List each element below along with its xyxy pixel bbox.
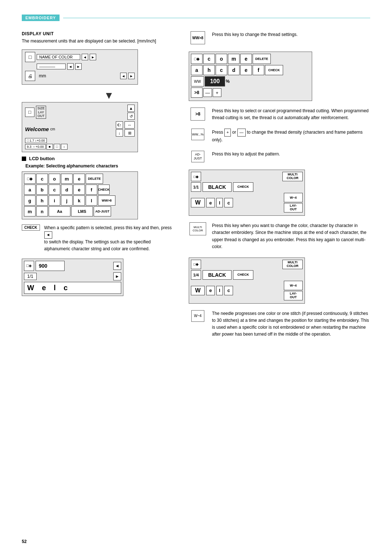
t-d[interactable]: d <box>228 65 240 75</box>
arrow-left-btn2[interactable]: ◄ <box>67 63 74 70</box>
t-f[interactable]: f <box>253 65 264 75</box>
bp1-layout[interactable]: LAY-OUT <box>284 203 303 212</box>
t-check[interactable]: CHECK <box>265 65 283 75</box>
arrow-left-btn3[interactable]: ◄ <box>120 73 127 79</box>
t-delete[interactable]: DELETE <box>253 54 271 64</box>
char-f[interactable]: f <box>86 185 97 195</box>
check-desc-text: When a specific pattern is selected, pre… <box>44 224 174 253</box>
t-thread-cut[interactable]: >8 <box>191 88 203 98</box>
adjust-description: Press this key to adjust the pattern. <box>212 151 370 158</box>
black-panel2-area: □◈ MULTICOLOR 1/4 BLACK CHECK W e l c <box>189 258 370 304</box>
nav-rotate[interactable]: ↺ <box>127 113 135 120</box>
bp2-multi-color[interactable]: MULTICOLOR <box>282 260 303 269</box>
multi-color-icon-box: MULTICOLOR <box>189 222 206 235</box>
char-c2[interactable]: c <box>49 185 60 195</box>
char-e[interactable]: e <box>73 174 85 184</box>
lms-btn[interactable]: LMS <box>71 206 93 216</box>
char-k[interactable]: k <box>73 195 85 206</box>
char-m[interactable]: m <box>61 174 73 184</box>
t-e[interactable]: e <box>240 54 252 64</box>
delete-button[interactable]: DELETE <box>86 174 103 184</box>
t-h[interactable]: h <box>203 65 215 75</box>
bp1-c: c <box>224 198 233 207</box>
ww8-btn[interactable]: WW>8 <box>98 195 115 206</box>
char-b[interactable]: b <box>36 185 48 195</box>
fraction-display: □ 1.7 ↕+0.00 <box>25 138 47 143</box>
t-plus-btn[interactable]: + <box>213 88 221 97</box>
adjust-icon-area: AD-JUST <box>189 151 207 162</box>
arrow-right-btn2[interactable]: ► <box>75 63 82 70</box>
display-unit-section: DISPLAY UNIT The measurement units that … <box>22 31 174 152</box>
density-or: or <box>232 130 236 135</box>
euro-btn[interactable]: €↑ <box>116 121 123 129</box>
bp2-side1[interactable]: W~4 <box>284 281 303 290</box>
welcome-nav: ▲ ↺ <box>127 105 135 120</box>
bp1-side1[interactable]: W~4 <box>284 193 303 202</box>
welcome-screen-icon: □ <box>25 108 34 117</box>
nav-down[interactable]: ↓ <box>116 129 123 137</box>
bp1-check[interactable]: CHECK <box>233 182 253 192</box>
needle-icon-area: W~4 <box>189 310 207 322</box>
t-a[interactable]: a <box>191 65 203 75</box>
t-icon: □◈ <box>191 54 203 64</box>
display-unit-desc: The measurement units that are displayed… <box>22 38 174 44</box>
thread-row2: a h c d e f CHECK <box>191 65 310 75</box>
arrow-left-btn[interactable]: ◄ <box>82 54 88 60</box>
check-key[interactable]: CHECK <box>22 224 40 231</box>
char-d[interactable]: d <box>61 185 73 195</box>
bp2-w: W <box>191 286 205 295</box>
char-e2[interactable]: e <box>73 185 85 195</box>
small-btn2[interactable]: □ <box>54 144 60 150</box>
t-e2[interactable]: e <box>240 65 252 75</box>
thread-row1: □◈ c o m e DELETE <box>191 54 310 64</box>
thread-cut-icon-area: >8 <box>189 108 207 121</box>
char-h[interactable]: h <box>36 195 48 206</box>
p900-back-arrow[interactable]: ◄ <box>113 262 121 270</box>
char-i[interactable]: i <box>49 195 60 206</box>
p900-fwd-arrow[interactable]: ► <box>113 272 121 280</box>
char-n[interactable]: n <box>36 206 48 216</box>
thread-row4: >8 — + <box>191 88 310 98</box>
align-btn[interactable]: ⊞ <box>124 129 135 137</box>
bp1-icon: □◈ <box>191 172 201 181</box>
panel1-row2: ———— ◄ ► <box>25 63 135 70</box>
minus-key[interactable]: — <box>237 129 246 137</box>
bp1-l: l <box>216 198 223 207</box>
char-l[interactable]: l <box>86 195 97 206</box>
char-g[interactable]: g <box>24 195 36 206</box>
char-o[interactable]: o <box>49 174 60 184</box>
t-m[interactable]: m <box>228 54 240 64</box>
bp2-layout[interactable]: LAY-OUT <box>284 291 303 300</box>
char-a[interactable]: a <box>24 185 36 195</box>
t-minus-btn[interactable]: — <box>203 88 212 97</box>
bullet-icon <box>22 157 26 161</box>
arrow-right-btn3[interactable]: ► <box>128 73 135 79</box>
lcd-button-title: LCD button <box>22 156 174 161</box>
second-numbers: 9.3 ↔+0.00 ■ □ ↕ <box>25 144 135 150</box>
lcd-button-section: LCD button Example: Selecting alphanumer… <box>22 156 174 296</box>
t-c[interactable]: c <box>203 54 215 64</box>
arrow-right2[interactable]: ↔ <box>124 121 135 129</box>
back-arrow-btn[interactable]: ◄ <box>44 231 52 239</box>
bp2-check[interactable]: CHECK <box>233 270 253 280</box>
small-btn3[interactable]: ↕ <box>61 144 68 150</box>
display-unit-title: DISPLAY UNIT <box>22 31 174 36</box>
t-c2[interactable]: c <box>216 65 227 75</box>
char-c[interactable]: c <box>36 174 48 184</box>
plus-key[interactable]: + <box>224 129 231 137</box>
char-m2[interactable]: m <box>24 206 36 216</box>
black-panel2: □◈ MULTICOLOR 1/4 BLACK CHECK W e l c <box>189 258 305 304</box>
check-button[interactable]: CHECK <box>98 185 110 195</box>
char-row-1: □◈ c o m e DELETE <box>24 174 136 184</box>
char-select-subtitle: Example: Selecting alphanumeric characte… <box>25 163 174 169</box>
arrow-right-btn[interactable]: ► <box>90 54 96 60</box>
adjust-btn[interactable]: AD-JUST <box>94 206 111 216</box>
char-j[interactable]: j <box>61 195 73 206</box>
aa-btn[interactable]: Aa <box>49 206 70 216</box>
bp1-multi-color[interactable]: MULTICOLOR <box>282 172 303 181</box>
p900-top-row: □◈ 900 ◄ <box>24 261 121 271</box>
right-column: WW>8 Press this key to change the thread… <box>189 31 370 345</box>
small-btn1[interactable]: ■ <box>46 144 53 150</box>
t-o[interactable]: o <box>216 54 227 64</box>
nav-up[interactable]: ▲ <box>127 105 135 112</box>
